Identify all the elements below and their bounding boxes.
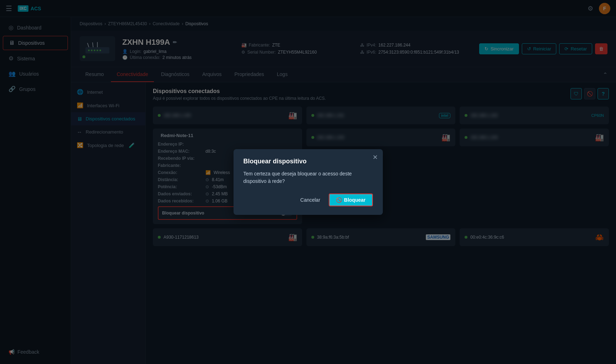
modal-close-button[interactable]: ✕	[373, 154, 378, 161]
block-device-modal: Bloquear dispositivo ✕ Tem certeza que d…	[234, 149, 383, 215]
modal-title: Bloquear dispositivo	[243, 158, 373, 165]
modal-actions: Cancelar 🚫 Bloquear	[243, 194, 373, 206]
modal-body: Tem certeza que deseja bloquear o acesso…	[243, 170, 373, 185]
confirm-block-button[interactable]: 🚫 Bloquear	[329, 194, 373, 206]
modal-overlay: Bloquear dispositivo ✕ Tem certeza que d…	[0, 0, 616, 364]
cancel-button[interactable]: Cancelar	[296, 194, 325, 206]
block-icon: 🚫	[336, 197, 342, 203]
